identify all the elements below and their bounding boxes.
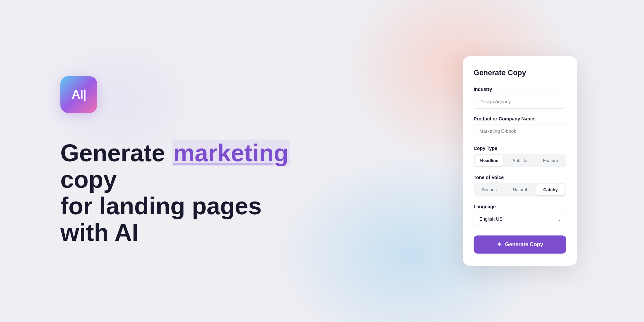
industry-label: Industry xyxy=(474,87,566,92)
industry-input[interactable] xyxy=(474,95,566,109)
tone-serious-btn[interactable]: Serious xyxy=(475,184,503,195)
product-label: Product or Company Name xyxy=(474,116,566,121)
sparkle-icon: ✦ xyxy=(497,241,502,248)
tone-catchy-btn[interactable]: Catchy xyxy=(536,184,565,195)
product-group: Product or Company Name xyxy=(474,116,566,138)
hero-highlight: marketing xyxy=(172,140,290,166)
tone-label: Tone of Voice xyxy=(474,175,566,180)
tone-toggle-group: Serious Natural Catchy xyxy=(474,183,566,197)
copy-type-headline-btn[interactable]: Headline xyxy=(475,155,503,166)
language-select-wrapper: English US English UK Spanish French Ger… xyxy=(474,212,566,226)
hero-line2: for landing pages with AI xyxy=(60,193,262,246)
panel-title: Generate Copy xyxy=(474,68,566,77)
tone-group: Tone of Voice Serious Natural Catchy xyxy=(474,175,566,197)
copy-type-feature-btn[interactable]: Feature xyxy=(536,155,565,166)
tone-natural-btn[interactable]: Natural xyxy=(505,184,534,195)
hero-title: Generate marketing copy for landing page… xyxy=(60,140,295,246)
language-select[interactable]: English US English UK Spanish French Ger… xyxy=(474,212,566,226)
hero-line1-start: Generate xyxy=(60,140,172,166)
generate-copy-button[interactable]: ✦ Generate Copy xyxy=(474,235,566,254)
copy-type-group: Copy Type Headline Subtitle Feature xyxy=(474,146,566,167)
copy-type-toggle-group: Headline Subtitle Feature xyxy=(474,154,566,167)
language-group: Language English US English UK Spanish F… xyxy=(474,204,566,226)
hero-line1-end: copy xyxy=(60,166,117,193)
product-input[interactable] xyxy=(474,124,566,138)
ai-logo-text: AI| xyxy=(71,88,86,102)
industry-group: Industry xyxy=(474,87,566,109)
language-label: Language xyxy=(474,204,566,209)
generate-copy-panel: Generate Copy Industry Product or Compan… xyxy=(463,56,577,266)
ai-logo: AI| xyxy=(60,76,97,113)
copy-type-subtitle-btn[interactable]: Subtitle xyxy=(505,155,534,166)
left-section: AI| Generate marketing copy for landing … xyxy=(0,0,352,322)
generate-button-label: Generate Copy xyxy=(505,241,543,248)
copy-type-label: Copy Type xyxy=(474,146,566,151)
